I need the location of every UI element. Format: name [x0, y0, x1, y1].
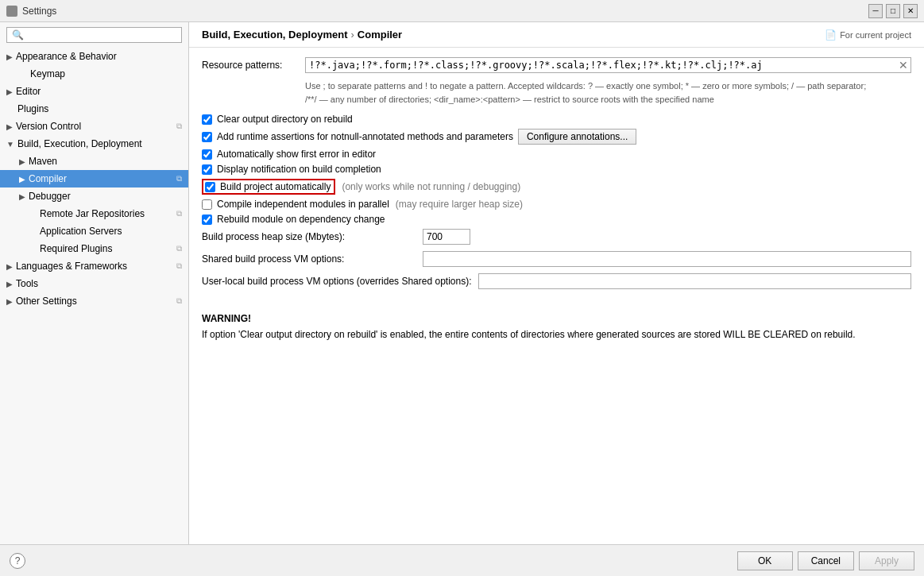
nav-arrow-version-control: ▶ — [6, 122, 13, 131]
checkbox-rebuild-dependency: Rebuild module on dependency change — [202, 214, 911, 225]
show-first-error-checkbox[interactable] — [202, 149, 212, 160]
sidebar-item-keymap[interactable]: Keymap — [0, 65, 188, 83]
sidebar-item-debugger[interactable]: ▶Debugger — [0, 187, 188, 205]
close-button[interactable]: ✕ — [903, 4, 918, 18]
for-current-project: 📄 For current project — [825, 29, 911, 41]
compile-independent-label[interactable]: Compile independent modules in parallel — [217, 199, 389, 210]
search-icon: 🔍 — [12, 29, 24, 41]
breadcrumb-current: Compiler — [358, 29, 402, 41]
sidebar-item-label-plugins: Plugins — [17, 103, 48, 114]
sidebar-item-label-keymap: Keymap — [30, 68, 65, 79]
app-icon — [6, 6, 17, 17]
sidebar-item-label-required-plugins: Required Plugins — [40, 243, 112, 254]
user-local-vm-label: User-local build process VM options (ove… — [202, 276, 472, 287]
checkbox-compile-independent-row: Compile independent modules in parallel … — [202, 199, 911, 210]
for-current-project-label: For current project — [840, 30, 911, 40]
heap-size-input[interactable] — [423, 229, 470, 245]
title-bar-controls[interactable]: ─ □ ✕ — [868, 4, 918, 18]
sidebar-item-label-appearance-behavior: Appearance & Behavior — [16, 51, 117, 62]
resource-patterns-input[interactable] — [305, 57, 911, 73]
sidebar-item-languages-frameworks[interactable]: ▶Languages & Frameworks⧉ — [0, 257, 188, 275]
build-automatically-label[interactable]: Build project automatically — [220, 181, 331, 192]
shared-vm-row: Shared build process VM options: — [202, 251, 911, 267]
warning-text: If option 'Clear output directory on reb… — [202, 327, 911, 342]
breadcrumb-separator: › — [350, 29, 354, 41]
sidebar: 🔍 ▶Appearance & BehaviorKeymap▶EditorPlu… — [0, 22, 189, 544]
sidebar-item-label-languages-frameworks: Languages & Frameworks — [16, 261, 127, 272]
sidebar-item-label-application-servers: Application Servers — [40, 226, 122, 237]
copy-icon-other-settings: ⧉ — [176, 296, 182, 306]
content-header: Build, Execution, Deployment › Compiler … — [189, 22, 924, 48]
build-automatically-checkbox[interactable] — [205, 182, 215, 192]
bottom-right: OK Cancel Apply — [737, 551, 914, 570]
user-local-vm-input[interactable] — [478, 273, 912, 289]
sidebar-item-label-version-control: Version Control — [16, 121, 81, 132]
ok-button[interactable]: OK — [737, 551, 793, 570]
resource-patterns-clear-icon[interactable]: ✕ — [899, 59, 908, 72]
window-title: Settings — [22, 6, 56, 17]
sidebar-item-maven[interactable]: ▶Maven — [0, 153, 188, 170]
nav-arrow-languages-frameworks: ▶ — [6, 262, 13, 271]
sidebar-item-required-plugins[interactable]: Required Plugins⧉ — [0, 240, 188, 257]
display-notification-label[interactable]: Display notification on build completion — [217, 164, 381, 175]
heap-size-label: Build process heap size (Mbytes): — [202, 231, 416, 242]
sidebar-item-label-debugger: Debugger — [29, 191, 71, 202]
sidebar-item-other-settings[interactable]: ▶Other Settings⧉ — [0, 292, 188, 310]
clear-output-checkbox[interactable] — [202, 114, 212, 125]
nav-arrow-other-settings: ▶ — [6, 297, 13, 306]
display-notification-checkbox[interactable] — [202, 164, 212, 175]
sidebar-item-label-compiler: Compiler — [29, 173, 67, 184]
apply-button[interactable]: Apply — [859, 551, 914, 570]
shared-vm-label: Shared build process VM options: — [202, 253, 416, 265]
heap-size-row: Build process heap size (Mbytes): — [202, 229, 911, 245]
search-input[interactable] — [27, 29, 176, 41]
rebuild-dependency-label[interactable]: Rebuild module on dependency change — [217, 214, 385, 225]
nav-arrow-debugger: ▶ — [19, 192, 25, 201]
breadcrumb-parent: Build, Execution, Deployment — [202, 29, 347, 41]
sidebar-item-label-maven: Maven — [29, 156, 57, 167]
checkbox-show-first-error: Automatically show first error in editor — [202, 149, 911, 160]
resource-patterns-row: Resource patterns: ✕ — [202, 57, 911, 73]
cancel-button[interactable]: Cancel — [798, 551, 854, 570]
content-body: Resource patterns: ✕ Use ; to separate p… — [189, 48, 924, 544]
shared-vm-input[interactable] — [423, 251, 911, 267]
sidebar-item-build-execution-deployment[interactable]: ▼Build, Execution, Deployment — [0, 135, 188, 153]
resource-patterns-input-wrap: ✕ — [305, 57, 911, 73]
sidebar-nav: ▶Appearance & BehaviorKeymap▶EditorPlugi… — [0, 48, 188, 310]
rebuild-dependency-checkbox[interactable] — [202, 215, 212, 225]
nav-arrow-tools: ▶ — [6, 280, 13, 288]
sidebar-item-label-remote-jar-repositories: Remote Jar Repositories — [40, 208, 145, 219]
warning-area: WARNING! If option 'Clear output directo… — [202, 305, 911, 350]
resource-patterns-label: Resource patterns: — [202, 57, 305, 71]
minimize-button[interactable]: ─ — [868, 4, 883, 18]
help-button[interactable]: ? — [10, 553, 25, 569]
clear-output-label[interactable]: Clear output directory on rebuild — [217, 114, 353, 125]
runtime-assertions-checkbox[interactable] — [202, 132, 212, 142]
sidebar-item-tools[interactable]: ▶Tools — [0, 275, 188, 292]
copy-icon-languages-frameworks: ⧉ — [176, 261, 182, 271]
show-first-error-label[interactable]: Automatically show first error in editor — [217, 149, 376, 160]
sidebar-item-application-servers[interactable]: Application Servers — [0, 222, 188, 240]
checkbox-build-automatically-row: Build project automatically (only works … — [202, 179, 911, 195]
sidebar-item-remote-jar-repositories[interactable]: Remote Jar Repositories⧉ — [0, 205, 188, 222]
build-automatically-highlight: Build project automatically — [202, 179, 335, 195]
copy-icon-version-control: ⧉ — [176, 122, 182, 131]
sidebar-item-label-other-settings: Other Settings — [16, 296, 77, 307]
sidebar-item-appearance-behavior[interactable]: ▶Appearance & Behavior — [0, 48, 188, 65]
nav-arrow-compiler: ▶ — [19, 175, 25, 184]
compile-independent-checkbox[interactable] — [202, 199, 212, 210]
checkbox-clear-output: Clear output directory on rebuild — [202, 114, 911, 125]
sidebar-item-compiler[interactable]: ▶Compiler⧉ — [0, 170, 188, 187]
maximize-button[interactable]: □ — [886, 4, 900, 18]
runtime-assertions-label[interactable]: Add runtime assertions for notnull-annot… — [217, 131, 513, 142]
sidebar-item-label-editor: Editor — [16, 86, 41, 97]
sidebar-item-editor[interactable]: ▶Editor — [0, 83, 188, 100]
search-box[interactable]: 🔍 — [6, 27, 182, 43]
copy-icon-remote-jar-repositories: ⧉ — [176, 209, 182, 218]
user-local-vm-row: User-local build process VM options (ove… — [202, 273, 911, 289]
sidebar-item-version-control[interactable]: ▶Version Control⧉ — [0, 118, 188, 135]
bottom-bar: ? OK Cancel Apply — [0, 544, 924, 576]
configure-annotations-button[interactable]: Configure annotations... — [518, 129, 636, 145]
sidebar-item-plugins[interactable]: Plugins — [0, 100, 188, 118]
nav-arrow-maven: ▶ — [19, 157, 25, 166]
